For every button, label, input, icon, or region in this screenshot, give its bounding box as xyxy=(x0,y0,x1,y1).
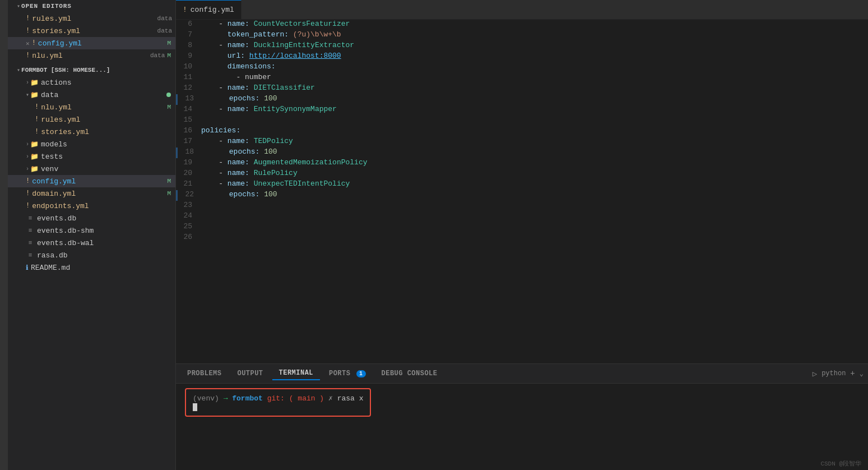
file-icon: ≡ xyxy=(26,239,35,246)
line-number: 25 xyxy=(176,222,201,231)
warning-icon: ! xyxy=(26,202,30,210)
file-name: events.db xyxy=(37,214,175,223)
modified-dot xyxy=(166,93,171,97)
open-editor-stories-yml[interactable]: ! stories.yml data xyxy=(8,25,175,37)
chevron-down-icon: ▾ xyxy=(17,3,20,10)
code-line-8: 8 - name: DucklingEntityExtractor xyxy=(176,41,868,52)
chevron-down-icon: ▾ xyxy=(17,67,20,73)
url-link[interactable]: http://localhost:8000 xyxy=(249,52,341,60)
data-badge: data xyxy=(157,15,172,22)
file-icon: ≡ xyxy=(26,252,35,259)
line-content xyxy=(201,233,868,241)
line-number: 6 xyxy=(176,20,201,28)
line-content: - name: UnexpecTEDIntentPolicy xyxy=(201,179,868,188)
terminal-branch-open: ( xyxy=(289,394,294,403)
line-number: 8 xyxy=(176,41,201,49)
data-badge: data xyxy=(157,27,172,34)
sidebar-item-rasa-db[interactable]: ≡ rasa.db xyxy=(8,249,175,261)
tab-terminal[interactable]: TERMINAL xyxy=(272,367,320,380)
file-name: endpoints.yml xyxy=(32,202,175,210)
sidebar-item-actions[interactable]: › 📁 actions xyxy=(8,76,175,89)
line-number: 19 xyxy=(176,158,201,167)
chevron-right-icon: › xyxy=(26,80,29,86)
folder-name: actions xyxy=(41,79,175,87)
line-number: 14 xyxy=(176,105,201,113)
sidebar-item-data[interactable]: ▾ 📁 data xyxy=(8,89,175,101)
warning-icon: ! xyxy=(26,52,30,59)
tab-output[interactable]: OUTPUT xyxy=(230,367,270,380)
sidebar-item-models[interactable]: › 📁 models xyxy=(8,138,175,150)
line-number: 18 xyxy=(178,148,203,156)
terminal-branch-close: ) xyxy=(319,394,324,403)
chevron-down-icon[interactable]: ⌄ xyxy=(860,370,864,378)
open-editor-nlu-yml[interactable]: ! nlu.yml data M xyxy=(8,49,175,62)
line-content: - name: CountVectorsFeaturizer xyxy=(201,20,868,28)
sidebar-item-readme-md[interactable]: ℹ README.md xyxy=(8,261,175,274)
file-name: config.yml xyxy=(38,39,165,48)
folder-icon: 📁 xyxy=(30,79,39,87)
code-line-22: 22 epochs: 100 xyxy=(176,190,868,201)
open-editor-rules-yml[interactable]: ! rules.yml data xyxy=(8,12,175,25)
code-line-17: 17 - name: TEDPolicy xyxy=(176,137,868,148)
line-content: dimensions: xyxy=(201,62,868,71)
sidebar-item-events-db-shm[interactable]: ≡ events.db-shm xyxy=(8,224,175,237)
code-line-18: 18 epochs: 100 xyxy=(176,148,868,158)
sidebar-item-config-yml[interactable]: ! config.yml M xyxy=(8,175,175,187)
terminal-section: PROBLEMS OUTPUT TERMINAL PORTS 1 DEBUG C… xyxy=(176,363,868,470)
file-name: rasa.db xyxy=(37,251,175,260)
warning-icon: ! xyxy=(35,116,39,123)
sidebar-item-endpoints-yml[interactable]: ! endpoints.yml xyxy=(8,200,175,212)
terminal-command-box: (venv) → formbot git: ( main ) ✗ rasa x xyxy=(185,388,371,417)
line-content: - name: DucklingEntityExtractor xyxy=(201,41,868,49)
terminal-content[interactable]: (venv) → formbot git: ( main ) ✗ rasa x xyxy=(176,384,868,457)
open-editors-header[interactable]: ▾ OPEN EDITORS xyxy=(8,0,175,12)
line-content: - name: EntitySynonymMapper xyxy=(201,105,868,113)
terminal-controls: ▷ python + ⌄ xyxy=(813,369,864,379)
terminal-branch: main xyxy=(298,394,315,403)
sidebar-item-tests[interactable]: › 📁 tests xyxy=(8,150,175,163)
sidebar-item-rules-yml[interactable]: ! rules.yml xyxy=(8,113,175,126)
modified-badge: M xyxy=(167,104,171,110)
modified-badge: M xyxy=(167,178,171,185)
code-line-24: 24 xyxy=(176,211,868,222)
warning-icon: ! xyxy=(26,27,30,35)
warning-icon: ! xyxy=(35,103,39,111)
sidebar-item-stories-yml[interactable]: ! stories.yml xyxy=(8,126,175,138)
line-content: epochs: 100 xyxy=(203,94,868,103)
main-area: ! config.yml 6 - name: CountVectorsFeatu… xyxy=(176,0,868,470)
sidebar-item-events-db-wal[interactable]: ≡ events.db-wal xyxy=(8,237,175,249)
folder-icon: 📁 xyxy=(30,140,39,149)
line-content: - name: RulePolicy xyxy=(201,169,868,177)
chevron-right-icon: › xyxy=(26,141,29,148)
sidebar-item-events-db[interactable]: ≡ events.db xyxy=(8,212,175,224)
sidebar-item-venv[interactable]: › 📁 venv xyxy=(8,163,175,175)
line-number: 10 xyxy=(176,62,201,71)
open-editor-config-yml[interactable]: ✕ ! config.yml M xyxy=(8,37,175,49)
line-number: 24 xyxy=(176,211,201,220)
folder-icon: 📁 xyxy=(30,91,39,99)
sidebar-item-nlu-yml[interactable]: ! nlu.yml M xyxy=(8,101,175,113)
formbot-header[interactable]: ▾ FORMBOT [SSH: HOMESE...] xyxy=(8,64,175,76)
file-name: config.yml xyxy=(32,177,165,186)
tab-ports[interactable]: PORTS 1 xyxy=(322,367,373,380)
sidebar-item-domain-yml[interactable]: ! domain.yml M xyxy=(8,187,175,200)
close-icon: ✕ xyxy=(26,40,30,47)
tab-problems[interactable]: PROBLEMS xyxy=(180,367,228,380)
terminal-cmd: rasa x xyxy=(337,394,364,403)
tab-config-yml[interactable]: ! config.yml xyxy=(176,0,242,19)
code-line-14: 14 - name: EntitySynonymMapper xyxy=(176,105,868,116)
file-name: rules.yml xyxy=(41,116,175,124)
code-line-11: 11 - number xyxy=(176,73,868,84)
data-badge: data xyxy=(150,52,165,59)
chevron-right-icon: › xyxy=(26,166,29,172)
file-name: nlu.yml xyxy=(32,52,148,60)
warning-icon: ! xyxy=(26,177,30,185)
code-editor[interactable]: 6 - name: CountVectorsFeaturizer 7 token… xyxy=(176,20,868,363)
info-icon: ℹ xyxy=(26,264,29,272)
add-terminal-icon[interactable]: + xyxy=(850,369,855,378)
warning-icon: ! xyxy=(26,15,30,22)
code-line-19: 19 - name: AugmentedMemoizationPolicy xyxy=(176,158,868,169)
tab-debug-console[interactable]: DEBUG CONSOLE xyxy=(375,367,444,380)
code-line-12: 12 - name: DIETClassifier xyxy=(176,84,868,94)
line-number: 26 xyxy=(176,233,201,241)
